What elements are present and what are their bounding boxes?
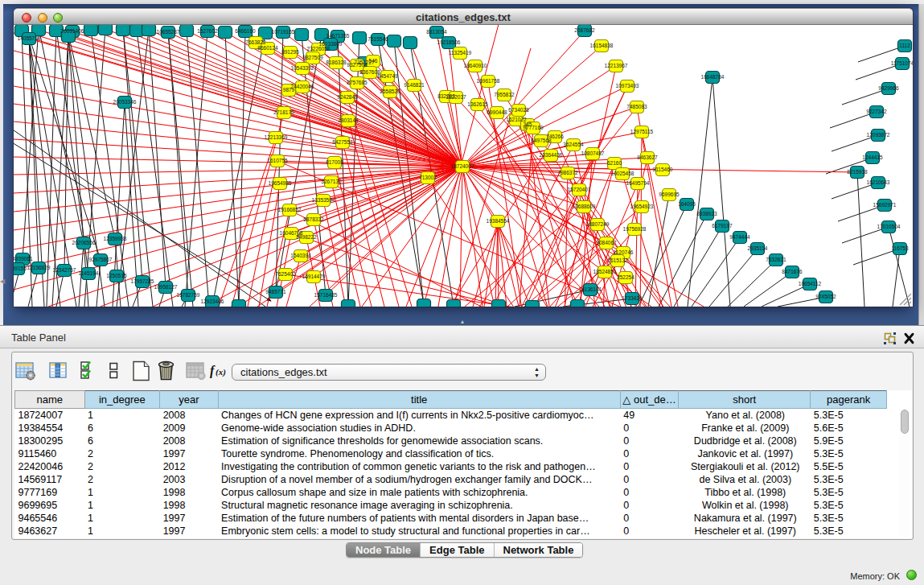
svg-text:7663822: 7663822: [245, 39, 266, 45]
svg-text:10973493: 10973493: [616, 83, 639, 89]
svg-text:11325419: 11325419: [449, 50, 472, 56]
svg-text:2558520: 2558520: [380, 89, 400, 94]
svg-text:164095: 164095: [678, 201, 696, 207]
svg-text:9146821: 9146821: [404, 82, 425, 88]
svg-text:6990448: 6990448: [487, 109, 507, 115]
svg-text:16961758: 16961758: [477, 78, 500, 84]
svg-text:18807249: 18807249: [586, 221, 610, 227]
svg-text:10654112: 10654112: [799, 281, 822, 286]
svg-text:20206556: 20206556: [72, 240, 96, 245]
svg-text:116753: 116753: [891, 245, 909, 251]
svg-text:2087682: 2087682: [574, 27, 595, 33]
svg-text:1120746: 1120746: [614, 249, 634, 255]
svg-text:12156829: 12156829: [27, 265, 51, 270]
svg-text:92975867: 92975867: [89, 257, 113, 262]
svg-text:12975115: 12975115: [630, 129, 654, 134]
svg-text:20091406: 20091406: [61, 28, 84, 34]
svg-text:18640910: 18640910: [464, 63, 487, 68]
svg-text:8813054: 8813054: [426, 29, 447, 35]
svg-text:8938923: 8938923: [696, 211, 717, 216]
svg-text:8471676: 8471676: [782, 269, 803, 274]
svg-text:15720407: 15720407: [568, 187, 591, 192]
svg-text:19218506: 19218506: [437, 39, 461, 45]
svg-text:17010504: 17010504: [877, 224, 901, 229]
svg-text:1250515: 1250515: [106, 273, 127, 278]
svg-text:8454749: 8454749: [377, 73, 398, 79]
svg-text:9115460: 9115460: [653, 167, 673, 172]
svg-text:1244415: 1244415: [862, 154, 883, 160]
svg-text:16154838: 16154838: [590, 43, 614, 48]
svg-text:9463627: 9463627: [637, 154, 658, 160]
svg-text:1733426: 1733426: [622, 295, 643, 301]
svg-text:19384554: 19384554: [487, 218, 510, 224]
svg-text:8660124: 8660124: [257, 45, 278, 51]
svg-text:9777169: 9777169: [523, 125, 544, 130]
svg-text:14671355: 14671355: [326, 33, 350, 39]
svg-text:10958127: 10958127: [154, 284, 178, 290]
svg-text:15692971: 15692971: [873, 202, 897, 208]
svg-text:12923446: 12923446: [201, 299, 224, 304]
svg-text:1145194: 1145194: [79, 270, 99, 276]
svg-text:7632621: 7632621: [766, 257, 786, 262]
svg-text:1527602: 1527602: [197, 28, 218, 34]
svg-text:9485771: 9485771: [265, 289, 286, 295]
svg-text:8215938: 8215938: [847, 169, 868, 175]
svg-text:1112: 1112: [899, 43, 910, 48]
svg-text:10655287: 10655287: [157, 29, 180, 35]
svg-text:8186328: 8186328: [326, 60, 347, 65]
svg-text:891295: 891295: [281, 49, 299, 55]
svg-text:1362615: 1362615: [467, 101, 488, 107]
svg-text:9699695: 9699695: [659, 192, 680, 197]
svg-text:7485083: 7485083: [626, 104, 647, 109]
svg-text:16782759: 16782759: [177, 292, 200, 298]
svg-text:9242848: 9242848: [337, 94, 358, 100]
svg-text:19166852: 19166852: [278, 207, 302, 212]
svg-text:15716485: 15716485: [314, 292, 338, 298]
svg-text:19654985: 19654985: [269, 180, 292, 186]
svg-text:252254: 252254: [617, 274, 634, 280]
svg-text:3267130: 3267130: [321, 179, 342, 184]
svg-text:9227342: 9227342: [866, 109, 887, 114]
svg-text:9327508: 9327508: [347, 62, 368, 68]
svg-text:9879: 9879: [283, 87, 295, 93]
svg-text:62160: 62160: [607, 160, 622, 166]
svg-text:10807487: 10807487: [581, 150, 605, 156]
svg-text:9084067: 9084067: [596, 240, 617, 245]
svg-text:10025458: 10025458: [611, 171, 634, 176]
svg-text:19756928: 19756928: [623, 226, 647, 232]
svg-text:18724007: 18724007: [451, 163, 474, 169]
svg-text:4939061: 4939061: [14, 256, 33, 262]
svg-text:10719155: 10719155: [272, 29, 295, 35]
svg-text:12213967: 12213967: [605, 63, 628, 68]
svg-text:11751074: 11751074: [891, 60, 913, 66]
svg-text:1610755: 1610755: [267, 158, 288, 163]
svg-text:7986372: 7986372: [557, 170, 578, 175]
svg-text:817008: 817008: [326, 159, 343, 165]
svg-text:18524851: 18524851: [593, 269, 617, 274]
svg-text:7955812: 7955812: [494, 92, 515, 97]
svg-text:2718170: 2718170: [273, 109, 294, 115]
svg-text:1615132: 1615132: [607, 257, 628, 263]
svg-text:16210643: 16210643: [867, 179, 890, 185]
svg-text:14055714: 14055714: [18, 35, 41, 41]
svg-text:20053346: 20053346: [113, 99, 137, 105]
svg-text:8427552: 8427552: [332, 139, 353, 145]
svg-text:3624554: 3624554: [563, 142, 584, 147]
svg-text:12093872: 12093872: [867, 132, 890, 138]
svg-text:713002: 713002: [419, 175, 437, 180]
svg-text:2935114: 2935114: [748, 245, 768, 251]
svg-text:12342757: 12342757: [53, 267, 76, 273]
svg-text:1540394: 1540394: [290, 253, 311, 258]
svg-text:f: f: [210, 364, 216, 378]
svg-text:5878332: 5878332: [303, 216, 324, 222]
svg-text:2803144: 2803144: [338, 117, 359, 123]
svg-text:14136141: 14136141: [579, 286, 602, 292]
svg-text:9827509: 9827509: [302, 55, 323, 60]
svg-text:13353594: 13353594: [312, 197, 335, 203]
svg-text:5498222: 5498222: [296, 234, 317, 240]
svg-text:10543392: 10543392: [291, 65, 314, 71]
svg-text:9829966: 9829966: [878, 85, 899, 91]
svg-text:546: 546: [369, 58, 378, 64]
svg-text:939155: 939155: [14, 266, 27, 271]
svg-text:19654923: 19654923: [630, 204, 654, 209]
